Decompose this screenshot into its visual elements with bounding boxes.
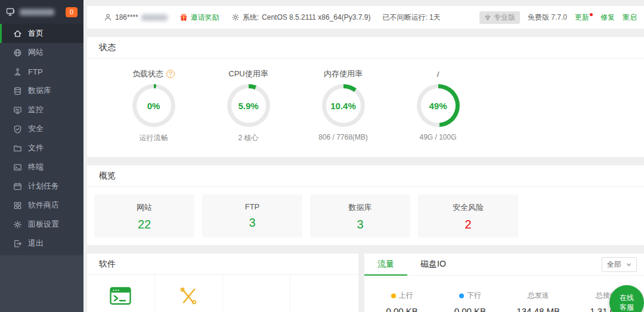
sidebar-item-monitor[interactable]: 监控 <box>0 100 83 119</box>
restart-link[interactable]: 重启 <box>623 13 637 23</box>
sidebar-item-settings[interactable]: 面板设置 <box>0 215 83 234</box>
update-link[interactable]: 更新 <box>575 13 593 23</box>
sidebar-item-website[interactable]: 网站 <box>0 43 83 62</box>
repair-link[interactable]: 修复 <box>600 13 615 23</box>
sidebar-item-label: 数据库 <box>28 85 51 96</box>
sidebar-item-label: 文件 <box>28 143 44 153</box>
status-panel-title: 状态 <box>87 37 644 58</box>
monitor-icon <box>13 106 22 115</box>
sidebar-item-logout[interactable]: 退出 <box>0 234 83 253</box>
system-label: 系统: <box>243 13 259 23</box>
panel-version: 免费版 7.7.0 <box>528 13 567 23</box>
gauge-label: CPU使用率 <box>228 69 268 79</box>
sidebar-item-appstore[interactable]: 软件商店 <box>0 196 83 215</box>
help-icon[interactable]: ? <box>166 70 175 78</box>
globe-icon <box>13 48 22 57</box>
overview-card-ftp[interactable]: FTP 3 <box>202 194 302 237</box>
invite-reward[interactable]: 邀请奖励 <box>179 13 219 23</box>
grid-icon <box>13 201 22 210</box>
database-icon <box>13 87 22 95</box>
pro-badge-label: 专业版 <box>494 13 515 23</box>
overview-card-security-risk[interactable]: 安全风险 2 <box>418 194 518 237</box>
status-panel: 状态 负载状态? 0% 运行流畅 CPU使用率 5.9% 2 核心 内存使用率 … <box>87 37 644 157</box>
update-notification-dot <box>590 13 593 16</box>
sidebar-item-terminal[interactable]: 终端 <box>0 157 83 177</box>
folder-icon <box>13 144 22 153</box>
shield-check-icon <box>13 125 22 134</box>
app-root: 0 首页 网站 FTP 数据库 监控 <box>0 0 644 312</box>
stat-upstream: 上行 0.00 KB <box>368 291 436 312</box>
gauge-label: / <box>437 70 439 79</box>
software-item-ssh-terminal[interactable]: 宝塔SSH终端 1.0▶ <box>87 275 155 312</box>
traffic-panel: 流量 磁盘IO 全部 上行 0.00 KB 下行 0.00 KB <box>364 254 644 312</box>
user-icon <box>104 13 112 21</box>
sidebar-item-database[interactable]: 数据库 <box>0 81 83 100</box>
software-empty-slot <box>223 275 291 312</box>
load-gauge: 负载状态? 0% 运行流畅 <box>106 66 201 143</box>
gauge-ring: 0% <box>132 84 175 127</box>
stat-total-sent: 总发送 134.48 MB <box>504 291 572 312</box>
software-panel: 软件 宝塔SSH终端 1.0▶ <box>87 254 358 312</box>
sidebar-item-label: 网站 <box>28 47 44 58</box>
sidebar-item-label: 终端 <box>28 162 44 172</box>
gear-icon <box>231 13 240 21</box>
system-value: CentOS 8.5.2111 x86_64(Py3.7.9) <box>262 13 370 21</box>
calendar-icon <box>13 182 22 191</box>
gauge-ring: 5.9% <box>227 84 270 127</box>
sidebar-item-label: 面板设置 <box>28 219 59 230</box>
topbar: 186**** 邀请奖励 系统: CentOS 8.5.2111 x86_64(… <box>87 6 644 29</box>
overview-card-database[interactable]: 数据库 3 <box>310 194 410 237</box>
pro-version-badge[interactable]: 专业版 <box>479 11 520 24</box>
sidebar-item-label: 监控 <box>28 104 44 115</box>
chevron-down-icon <box>626 262 631 267</box>
upstream-dot-icon <box>391 294 396 298</box>
sidebar-item-label: 软件商店 <box>28 200 59 211</box>
sidebar-item-files[interactable]: 文件 <box>0 138 83 157</box>
username-blurred <box>141 14 168 21</box>
sidebar-item-ftp[interactable]: FTP <box>0 62 83 81</box>
uptime: 已不间断运行: 1天 <box>382 13 440 23</box>
software-panel-title: 软件 <box>87 254 358 275</box>
tab-traffic[interactable]: 流量 <box>364 254 407 276</box>
cpu-gauge: CPU使用率 5.9% 2 核心 <box>201 66 296 143</box>
sidebar-item-label: 计划任务 <box>28 181 59 191</box>
traffic-filter-select[interactable]: 全部 <box>602 257 637 272</box>
sidebar-item-cron[interactable]: 计划任务 <box>0 177 83 196</box>
gear-icon <box>13 220 22 229</box>
gauge-label: 负载状态 <box>132 69 163 79</box>
gift-icon <box>179 13 188 21</box>
sidebar: 0 首页 网站 FTP 数据库 监控 <box>0 0 83 312</box>
sidebar-item-home[interactable]: 首页 <box>0 24 83 43</box>
gauge-caption: 806 / 7768(MB) <box>296 133 391 141</box>
terminal-icon <box>13 163 22 172</box>
sidebar-menu: 首页 网站 FTP 数据库 监控 安全 <box>0 24 83 255</box>
server-name-blurred <box>20 9 54 16</box>
downstream-dot-icon <box>459 294 464 298</box>
gauge-caption: 49G / 100G <box>391 133 485 141</box>
monitor-logo-icon <box>6 7 16 17</box>
overview-panel: 概览 网站 22 FTP 3 数据库 3 安全风险 2 <box>87 165 644 245</box>
software-item-linux-toolbox[interactable]: Linux工具箱 1.4▶ <box>155 275 223 312</box>
ssh-terminal-icon <box>110 287 131 305</box>
overview-card-website[interactable]: 网站 22 <box>94 194 194 237</box>
memory-gauge: 内存使用率 10.4% 806 / 7768(MB) <box>296 66 391 143</box>
traffic-stats: 上行 0.00 KB 下行 0.00 KB 总发送 134.48 MB 总接收 … <box>364 276 644 312</box>
user-account[interactable]: 186**** <box>104 13 168 21</box>
tab-disk-io[interactable]: 磁盘IO <box>407 254 459 276</box>
sidebar-item-security[interactable]: 安全 <box>0 119 83 138</box>
message-count-badge[interactable]: 0 <box>66 7 78 17</box>
overview-panel-title: 概览 <box>87 165 644 187</box>
stat-downstream: 下行 0.00 KB <box>436 291 504 312</box>
toolbox-icon <box>178 287 199 305</box>
gauge-caption: 运行流畅 <box>106 133 201 143</box>
logo-bar: 0 <box>0 0 83 24</box>
diamond-icon <box>484 14 491 21</box>
main-area: 186**** 邀请奖励 系统: CentOS 8.5.2111 x86_64(… <box>83 0 644 312</box>
invite-label: 邀请奖励 <box>191 13 219 23</box>
traffic-tabs: 流量 磁盘IO 全部 <box>364 254 644 276</box>
gauge-ring: 10.4% <box>322 84 365 127</box>
sidebar-item-label: 安全 <box>28 123 44 134</box>
user-prefix: 186**** <box>115 13 138 21</box>
logout-icon <box>13 239 22 248</box>
ftp-icon <box>13 67 22 76</box>
